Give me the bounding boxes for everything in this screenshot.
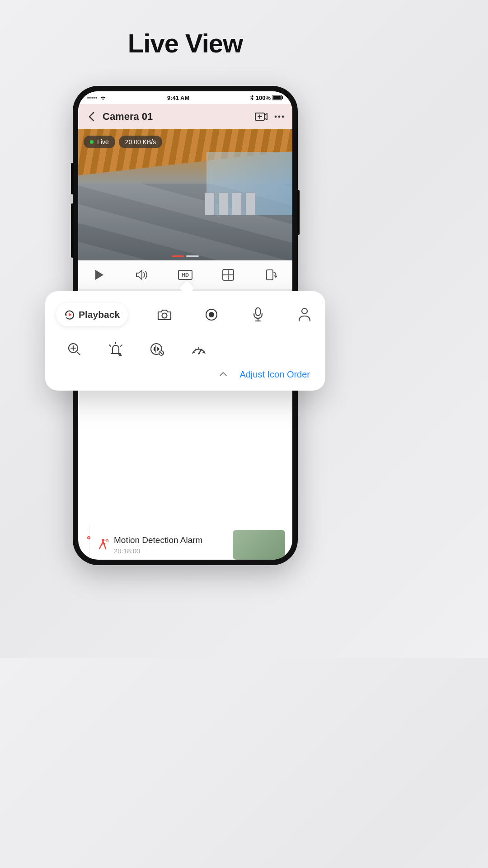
svg-text:HD: HD: [182, 272, 189, 278]
motion-person-icon: [97, 538, 108, 552]
alarm-title: Motion Detection Alarm: [114, 535, 227, 545]
svg-rect-1: [273, 96, 281, 100]
alarm-thumbnail[interactable]: [233, 530, 285, 560]
popup-playback-label: Playback: [79, 309, 120, 320]
live-label: Live: [97, 138, 109, 146]
status-bar: ••••• 9:41 AM 100%: [78, 91, 292, 104]
gauge-icon: [191, 344, 206, 354]
popup-zoom-button[interactable]: [64, 339, 84, 359]
actions-popup: Playback Adjust Icon Ord: [45, 291, 325, 391]
svg-point-5: [278, 116, 281, 118]
zoom-in-icon: [67, 342, 81, 356]
quality-button[interactable]: HD: [178, 267, 193, 283]
popup-ptz-button[interactable]: [295, 305, 314, 325]
popup-playback-button[interactable]: Playback: [56, 303, 128, 326]
svg-point-18: [162, 313, 167, 318]
svg-rect-21: [256, 308, 260, 316]
svg-point-4: [275, 116, 277, 118]
svg-point-6: [282, 116, 284, 118]
page-title: Camera 01: [103, 111, 153, 123]
audio-wave-icon: [150, 342, 164, 356]
battery-text: 100%: [256, 94, 271, 101]
svg-rect-2: [282, 96, 283, 99]
add-camera-button[interactable]: [254, 110, 268, 123]
popup-record-button[interactable]: [202, 305, 221, 325]
battery-icon: [272, 95, 283, 100]
hero-title: Live View: [0, 0, 371, 58]
layout-button[interactable]: [221, 267, 236, 283]
playback-icon: [64, 309, 75, 320]
wifi-icon: [99, 95, 107, 100]
alarm-timeline: Motion Detection Alarm 20:18:00 Motion D…: [78, 525, 292, 560]
microphone-icon: [253, 307, 263, 322]
record-icon: [205, 308, 218, 321]
bitrate-label: 20.00 KB/s: [125, 138, 156, 146]
adjust-icon-order-link[interactable]: Adjust Icon Order: [239, 369, 310, 380]
svg-point-22: [302, 308, 307, 314]
bluetooth-icon: [250, 95, 254, 100]
status-time: 9:41 AM: [167, 94, 189, 101]
rotate-button[interactable]: [263, 267, 279, 283]
popup-alarm-button[interactable]: [106, 339, 126, 359]
popup-collapse-button[interactable]: [218, 369, 229, 380]
person-icon: [298, 307, 311, 322]
svg-point-26: [198, 353, 200, 354]
app-header: Camera 01: [78, 104, 292, 129]
live-video[interactable]: Live 20.00 KB/s: [78, 129, 292, 260]
alarm-icon: [109, 342, 122, 356]
play-button[interactable]: [92, 267, 107, 283]
page-indicator: [172, 255, 199, 257]
popup-mic-button[interactable]: [248, 305, 268, 325]
more-button[interactable]: [272, 110, 286, 123]
signal-icon: •••••: [87, 95, 98, 100]
live-badge: Live: [84, 136, 115, 148]
camera-icon: [157, 309, 172, 321]
svg-rect-10: [267, 270, 273, 280]
popup-speed-button[interactable]: [189, 339, 209, 359]
back-button[interactable]: [84, 110, 98, 123]
popup-snapshot-button[interactable]: [155, 305, 174, 325]
popup-audio-button[interactable]: [147, 339, 167, 359]
chevron-up-icon: [219, 372, 227, 377]
timeline-item[interactable]: Motion Detection Alarm 20:18:00: [89, 525, 285, 560]
alarm-time: 20:18:00: [114, 547, 227, 555]
volume-button[interactable]: [135, 267, 150, 283]
live-dot-icon: [90, 140, 94, 144]
bitrate-badge: 20.00 KB/s: [119, 136, 163, 148]
svg-point-20: [209, 312, 214, 317]
